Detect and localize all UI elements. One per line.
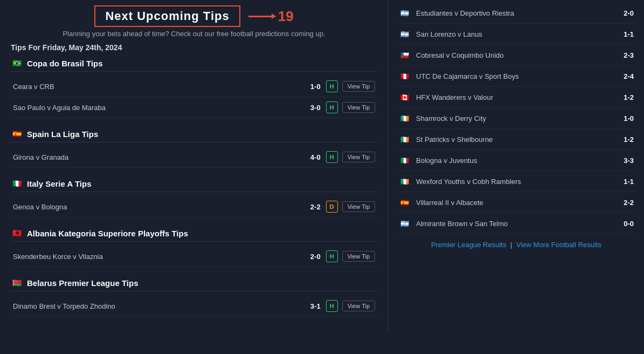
results-flag: 🇨🇦	[399, 91, 411, 103]
result-badge: D	[326, 201, 338, 213]
arrow-icon	[248, 16, 275, 17]
view-tip-button[interactable]: View Tip	[342, 102, 375, 113]
results-score: 1-2	[615, 135, 634, 144]
match-teams: Dinamo Brest v Torpedo Zhodino	[13, 302, 302, 310]
match-teams: Sao Paulo v Aguia de Maraba	[13, 104, 302, 112]
results-score: 1-1	[615, 30, 634, 38]
results-row: 🇮🇪St Patricks v Shelbourne1-2	[397, 129, 636, 150]
arrow-badge: 19	[248, 8, 294, 25]
date-header: Tips For Friday, May 24th, 2024	[11, 43, 377, 52]
league-name: Belarus Premier League Tips	[27, 278, 138, 288]
league-section-copa-brasil: 🇧🇷Copa do Brasil TipsCeara v CRB1-0HView…	[11, 57, 377, 118]
league-name: Italy Serie A Tips	[27, 179, 92, 188]
results-row: 🇮🇪Shamrock v Derry City1-0	[397, 108, 636, 129]
results-flag: 🇮🇪	[399, 112, 411, 124]
view-tip-button[interactable]: View Tip	[342, 81, 375, 92]
results-score: 2-4	[615, 72, 634, 80]
results-teams: UTC De Cajamarca v Sport Boys	[416, 72, 615, 80]
results-flag: 🇨🇱	[399, 49, 411, 61]
premier-league-link[interactable]: Premier League Results	[431, 241, 506, 249]
match-score: 1-0	[302, 83, 321, 91]
match-score: 2-2	[302, 203, 321, 211]
view-tip-button[interactable]: View Tip	[342, 201, 375, 212]
result-badge: H	[326, 250, 338, 262]
result-badge: H	[326, 101, 338, 113]
results-flag: 🇮🇪	[399, 133, 411, 145]
results-flag: 🇦🇷	[399, 7, 411, 19]
results-score: 2-0	[615, 9, 634, 17]
leagues-container: 🇧🇷Copa do Brasil TipsCeara v CRB1-0HView…	[11, 57, 377, 317]
header-section: Next Upcoming Tips 19 Planning your bets…	[11, 5, 377, 38]
view-more-link[interactable]: View More Football Results	[516, 241, 601, 249]
match-teams: Skenderbeu Korce v Vllaznia	[13, 253, 302, 261]
match-row: Girona v Granada4-0HView Tip	[11, 147, 377, 168]
league-section-spain-la-liga: 🇪🇸Spain La Liga TipsGirona v Granada4-0H…	[11, 128, 377, 168]
page-title: Next Upcoming Tips	[94, 5, 240, 27]
match-teams: Ceara v CRB	[13, 83, 302, 91]
results-teams: Villarreal II v Albacete	[416, 199, 615, 207]
match-score: 3-0	[302, 104, 321, 112]
results-teams: San Lorenzo v Lanus	[416, 30, 615, 38]
match-teams: Girona v Granada	[13, 153, 302, 161]
results-teams: Estudiantes v Deportivo Riestra	[416, 9, 615, 17]
results-flag: 🇮🇪	[399, 175, 411, 187]
league-name: Albania Kategoria Superiore Playoffs Tip…	[27, 229, 188, 238]
results-row: 🇵🇪UTC De Cajamarca v Sport Boys2-4	[397, 66, 636, 87]
view-tip-button[interactable]: View Tip	[342, 251, 375, 262]
title-row: Next Upcoming Tips 19	[11, 5, 377, 27]
match-teams: Genoa v Bologna	[13, 203, 302, 211]
results-row: 🇦🇷Almirante Brown v San Telmo0-0	[397, 213, 636, 234]
results-flag: 🇵🇪	[399, 70, 411, 82]
results-flag: 🇪🇸	[399, 196, 411, 208]
match-row: Skenderbeu Korce v Vllaznia2-0HView Tip	[11, 246, 377, 267]
results-score: 2-3	[615, 51, 634, 59]
league-title-row: 🇧🇾Belarus Premier League Tips	[11, 277, 377, 291]
results-teams: St Patricks v Shelbourne	[416, 135, 615, 144]
match-row: Ceara v CRB1-0HView Tip	[11, 76, 377, 97]
league-section-belarus: 🇧🇾Belarus Premier League TipsDinamo Bres…	[11, 277, 377, 317]
match-score: 3-1	[302, 302, 321, 310]
league-flag: 🇧🇷	[11, 57, 23, 69]
match-row: Dinamo Brest v Torpedo Zhodino3-1HView T…	[11, 296, 377, 317]
subtitle: Planning your bets ahead of time? Check …	[11, 30, 377, 38]
left-panel: Next Upcoming Tips 19 Planning your bets…	[0, 0, 388, 332]
results-score: 3-3	[615, 156, 634, 165]
results-row: 🇦🇷San Lorenzo v Lanus1-1	[397, 24, 636, 45]
results-teams: Bologna v Juventus	[416, 156, 615, 165]
footer-links: Premier League Results | View More Footb…	[397, 241, 636, 249]
league-title-row: 🇧🇷Copa do Brasil Tips	[11, 57, 377, 72]
results-flag: 🇮🇹	[399, 154, 411, 166]
league-section-albania: 🇦🇱Albania Kategoria Superiore Playoffs T…	[11, 227, 377, 267]
league-name: Spain La Liga Tips	[27, 130, 98, 139]
results-score: 1-0	[615, 114, 634, 122]
league-flag: 🇪🇸	[11, 128, 23, 140]
results-score: 1-2	[615, 93, 634, 101]
badge-number: 19	[278, 8, 294, 25]
results-score: 0-0	[615, 220, 634, 228]
view-tip-button[interactable]: View Tip	[342, 301, 375, 311]
results-teams: Wexford Youths v Cobh Ramblers	[416, 178, 615, 186]
match-row: Sao Paulo v Aguia de Maraba3-0HView Tip	[11, 97, 377, 118]
main-container: Next Upcoming Tips 19 Planning your bets…	[0, 0, 644, 332]
results-row: 🇦🇷Estudiantes v Deportivo Riestra2-0	[397, 3, 636, 24]
view-tip-button[interactable]: View Tip	[342, 152, 375, 162]
match-row: Genoa v Bologna2-2DView Tip	[11, 196, 377, 217]
results-container: 🇦🇷Estudiantes v Deportivo Riestra2-0🇦🇷Sa…	[397, 3, 636, 234]
results-teams: Cobresal v Coquimbo Unido	[416, 51, 615, 59]
league-name: Copa do Brasil Tips	[27, 59, 103, 68]
results-teams: Shamrock v Derry City	[416, 114, 615, 122]
results-row: 🇪🇸Villarreal II v Albacete2-2	[397, 192, 636, 213]
league-title-row: 🇦🇱Albania Kategoria Superiore Playoffs T…	[11, 227, 377, 242]
results-row: 🇨🇦HFX Wanderers v Valour1-2	[397, 87, 636, 108]
separator: |	[510, 241, 512, 249]
league-title-row: 🇪🇸Spain La Liga Tips	[11, 128, 377, 142]
results-score: 2-2	[615, 199, 634, 207]
results-flag: 🇦🇷	[399, 28, 411, 40]
results-score: 1-1	[615, 178, 634, 186]
league-section-italy-serie-a: 🇮🇹Italy Serie A TipsGenoa v Bologna2-2DV…	[11, 178, 377, 217]
result-badge: H	[326, 80, 338, 92]
results-teams: HFX Wanderers v Valour	[416, 93, 615, 101]
results-teams: Almirante Brown v San Telmo	[416, 220, 615, 228]
league-flag: 🇮🇹	[11, 178, 23, 189]
match-score: 4-0	[302, 153, 321, 161]
